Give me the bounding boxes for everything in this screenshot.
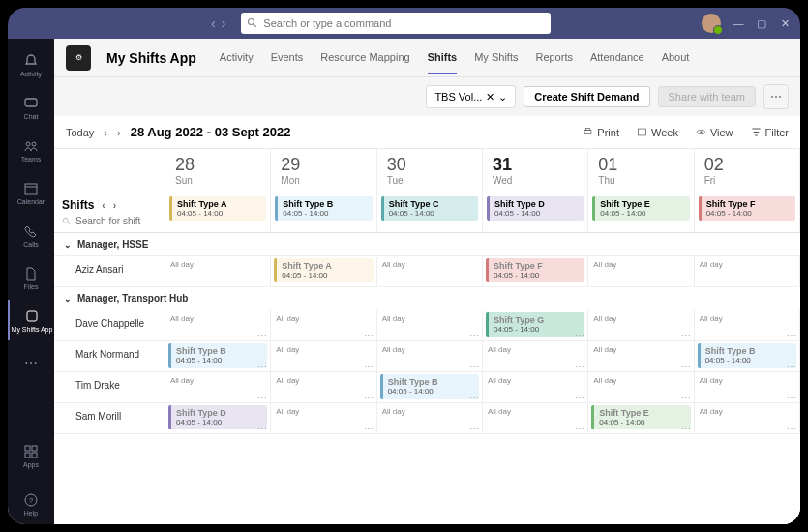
cell-more-icon[interactable]: ⋯ bbox=[681, 330, 691, 340]
day-cell[interactable]: All day⋯ bbox=[271, 341, 376, 371]
cell-more-icon[interactable]: ⋯ bbox=[257, 361, 267, 371]
forward-icon[interactable]: › bbox=[222, 15, 226, 31]
day-cell[interactable]: All day⋯ bbox=[377, 341, 483, 371]
cell-more-icon[interactable]: ⋯ bbox=[787, 423, 796, 433]
cell-more-icon[interactable]: ⋯ bbox=[364, 330, 374, 340]
cell-more-icon[interactable]: ⋯ bbox=[575, 361, 584, 371]
shift-card[interactable]: Shift Type F04:05 - 14:00 bbox=[486, 258, 584, 282]
rail-my-shifts-app[interactable]: My Shifts App bbox=[8, 300, 54, 340]
day-cell[interactable]: All day⋯ bbox=[483, 372, 588, 402]
day-cell[interactable]: All day⋯ bbox=[695, 256, 800, 286]
day-cell[interactable]: All day⋯ bbox=[695, 372, 800, 402]
prev-icon[interactable]: ‹ bbox=[102, 200, 105, 211]
rail-more[interactable]: ⋯ bbox=[8, 342, 54, 383]
tab-events[interactable]: Events bbox=[271, 42, 304, 74]
chevron-down-icon[interactable]: ⌄ bbox=[64, 240, 72, 250]
day-cell[interactable]: All day⋯ bbox=[271, 403, 376, 433]
rail-calls[interactable]: Calls bbox=[8, 215, 54, 255]
cell-more-icon[interactable]: ⋯ bbox=[469, 276, 479, 286]
prev-week-icon[interactable]: ‹ bbox=[104, 127, 107, 138]
cell-more-icon[interactable]: ⋯ bbox=[364, 392, 374, 402]
rail-files[interactable]: Files bbox=[8, 257, 54, 298]
maximize-button[interactable]: ▢ bbox=[756, 17, 767, 29]
close-icon[interactable]: ✕ bbox=[486, 91, 494, 103]
tab-attendance[interactable]: Attendance bbox=[590, 42, 644, 74]
day-cell[interactable]: All day⋯ bbox=[483, 341, 588, 371]
group-header[interactable]: ⌄Manager, Transport Hub bbox=[54, 287, 800, 310]
day-cell[interactable]: All day⋯ bbox=[377, 310, 483, 340]
tab-resource-mapping[interactable]: Resource Mapping bbox=[320, 42, 409, 74]
cell-more-icon[interactable]: ⋯ bbox=[787, 361, 796, 371]
back-icon[interactable]: ‹ bbox=[211, 15, 216, 31]
close-button[interactable]: ✕ bbox=[779, 17, 791, 29]
shift-card[interactable]: Shift Type E04:05 - 14:00 bbox=[591, 405, 690, 429]
day-cell[interactable]: Shift Type B04:05 - 14:00⋯ bbox=[165, 341, 271, 371]
chevron-down-icon[interactable]: ⌄ bbox=[64, 294, 72, 304]
week-button[interactable]: Week bbox=[637, 127, 678, 138]
shift-card[interactable]: Shift Type E04:05 - 14:00 bbox=[592, 196, 689, 221]
cell-more-icon[interactable]: ⋯ bbox=[364, 276, 374, 286]
more-button[interactable]: ⋯ bbox=[763, 84, 789, 109]
day-cell[interactable]: Shift Type B04:05 - 14:00⋯ bbox=[377, 372, 483, 402]
cell-more-icon[interactable]: ⋯ bbox=[575, 392, 584, 402]
shift-card[interactable]: Shift Type A04:05 - 14:00 bbox=[169, 196, 266, 221]
cell-more-icon[interactable]: ⋯ bbox=[787, 276, 796, 286]
day-cell[interactable]: Shift Type A04:05 - 14:00⋯ bbox=[271, 256, 376, 286]
tab-reports[interactable]: Reports bbox=[535, 42, 573, 74]
day-cell[interactable]: Shift Type G04:05 - 14:00⋯ bbox=[483, 310, 588, 340]
day-cell[interactable]: All day⋯ bbox=[165, 256, 271, 286]
cell-more-icon[interactable]: ⋯ bbox=[787, 392, 796, 402]
shift-card[interactable]: Shift Type D04:05 - 14:00 bbox=[168, 405, 267, 429]
today-button[interactable]: Today bbox=[66, 127, 94, 138]
day-cell[interactable]: All day⋯ bbox=[377, 403, 483, 433]
cell-more-icon[interactable]: ⋯ bbox=[364, 423, 374, 433]
day-cell[interactable]: All day⋯ bbox=[271, 310, 376, 340]
cell-more-icon[interactable]: ⋯ bbox=[469, 423, 479, 433]
day-cell[interactable]: All day⋯ bbox=[165, 310, 271, 340]
day-cell[interactable]: Shift Type E04:05 - 14:00⋯ bbox=[588, 403, 694, 433]
minimize-button[interactable]: — bbox=[733, 17, 744, 29]
shift-search-input[interactable] bbox=[75, 216, 143, 226]
cell-more-icon[interactable]: ⋯ bbox=[681, 276, 691, 286]
create-shift-button[interactable]: Create Shift Demand bbox=[524, 86, 649, 107]
chevron-down-icon[interactable]: ⌄ bbox=[498, 91, 507, 103]
day-cell[interactable]: All day⋯ bbox=[695, 310, 800, 340]
shift-card[interactable]: Shift Type D04:05 - 14:00 bbox=[487, 196, 584, 221]
day-cell[interactable]: Shift Type D04:05 - 14:00⋯ bbox=[165, 403, 271, 433]
shift-card[interactable]: Shift Type G04:05 - 14:00 bbox=[486, 312, 584, 337]
cell-more-icon[interactable]: ⋯ bbox=[575, 276, 584, 286]
print-button[interactable]: Print bbox=[583, 127, 619, 138]
tab-activity[interactable]: Activity bbox=[220, 42, 254, 74]
cell-more-icon[interactable]: ⋯ bbox=[575, 423, 584, 433]
day-cell[interactable]: All day⋯ bbox=[483, 403, 588, 433]
day-cell[interactable]: All day⋯ bbox=[271, 372, 376, 402]
day-cell[interactable]: All day⋯ bbox=[377, 256, 483, 286]
rail-apps[interactable]: Apps bbox=[8, 435, 54, 476]
search-bar[interactable] bbox=[241, 13, 551, 34]
cell-more-icon[interactable]: ⋯ bbox=[787, 330, 796, 340]
next-week-icon[interactable]: › bbox=[117, 127, 121, 138]
cell-more-icon[interactable]: ⋯ bbox=[681, 392, 691, 402]
view-button[interactable]: View bbox=[696, 127, 733, 138]
rail-activity[interactable]: Activity bbox=[8, 44, 54, 85]
day-cell[interactable]: Shift Type B04:05 - 14:00⋯ bbox=[695, 341, 800, 371]
shift-card[interactable]: Shift Type B04:05 - 14:00 bbox=[275, 196, 372, 221]
avatar[interactable] bbox=[702, 14, 721, 33]
rail-chat[interactable]: Chat bbox=[8, 87, 54, 128]
cell-more-icon[interactable]: ⋯ bbox=[257, 276, 267, 286]
filter-button[interactable]: Filter bbox=[751, 127, 789, 138]
cell-more-icon[interactable]: ⋯ bbox=[469, 361, 479, 371]
cell-more-icon[interactable]: ⋯ bbox=[469, 392, 479, 402]
day-cell[interactable]: All day⋯ bbox=[588, 256, 694, 286]
shift-card[interactable]: Shift Type B04:05 - 14:00 bbox=[168, 343, 267, 368]
cell-more-icon[interactable]: ⋯ bbox=[364, 361, 374, 371]
search-input[interactable] bbox=[263, 17, 545, 29]
day-cell[interactable]: All day⋯ bbox=[695, 403, 800, 433]
tab-my-shifts[interactable]: My Shifts bbox=[474, 42, 518, 74]
shift-card[interactable]: Shift Type B04:05 - 14:00 bbox=[380, 374, 479, 399]
day-cell[interactable]: All day⋯ bbox=[588, 341, 694, 371]
rail-calendar[interactable]: Calendar bbox=[8, 172, 54, 213]
cell-more-icon[interactable]: ⋯ bbox=[575, 330, 584, 340]
cell-more-icon[interactable]: ⋯ bbox=[257, 392, 267, 402]
rail-help[interactable]: ?Help bbox=[8, 484, 54, 524]
